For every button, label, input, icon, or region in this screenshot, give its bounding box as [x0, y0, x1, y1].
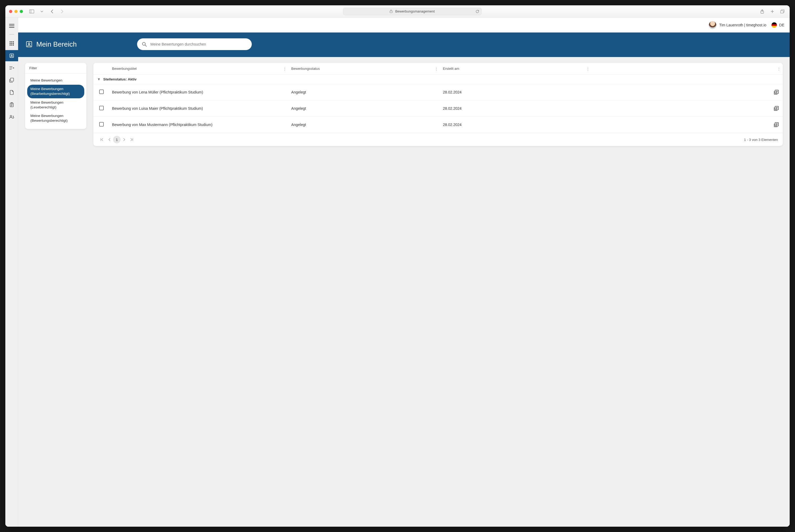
reload-icon[interactable] [475, 10, 479, 13]
filter-heading: Filter [25, 63, 86, 74]
open-detail-icon[interactable] [773, 89, 780, 96]
svg-rect-9 [10, 43, 11, 44]
svg-rect-0 [30, 10, 34, 13]
group-label: Stellenstatus: Aktiv [103, 77, 137, 81]
language-code: DE [779, 23, 784, 27]
column-menu-icon[interactable]: ⋮ [777, 66, 781, 71]
svg-rect-11 [13, 43, 14, 44]
table-row: Bewerbung von Lena Müller (Pflichtprakti… [93, 84, 783, 100]
search-icon [142, 42, 147, 46]
share-icon[interactable] [759, 8, 766, 15]
nav-apps-icon[interactable] [5, 38, 18, 49]
cell-title[interactable]: Bewerbung von Max Mustermann (Pflichtpra… [109, 117, 289, 133]
hero-banner: Mein Bereich [18, 33, 790, 57]
filter-option[interactable]: Meine Bewertungen [27, 76, 84, 85]
cell-title[interactable]: Bewerbung von Luisa Maier (Pflichtprakti… [109, 100, 289, 117]
window-controls [9, 10, 23, 13]
address-bar[interactable]: Bewerbungsmanagement [343, 8, 482, 15]
page-number-button[interactable]: 1 [113, 136, 121, 143]
svg-rect-21 [26, 41, 32, 47]
column-menu-icon[interactable]: ⋮ [586, 66, 590, 71]
cell-created: 28.02.2024 [440, 117, 592, 133]
cell-created: 28.02.2024 [440, 100, 592, 117]
svg-rect-18 [10, 103, 13, 107]
page-next-button[interactable] [121, 136, 128, 143]
flag-de-icon [771, 22, 777, 28]
cell-status: Angelegt [289, 100, 440, 117]
address-bar-text: Bewerbungsmanagement [395, 9, 435, 13]
caret-down-icon: ▼ [97, 77, 101, 81]
page-prev-button[interactable] [106, 136, 113, 143]
new-tab-icon[interactable] [769, 8, 776, 15]
back-button[interactable] [49, 8, 55, 15]
row-checkbox[interactable] [99, 90, 104, 94]
filter-option[interactable]: Meine Bewerbungen (Leseberechtigt) [27, 98, 84, 112]
menu-toggle-button[interactable] [5, 20, 18, 32]
table-row: Bewerbung von Max Mustermann (Pflichtpra… [93, 117, 783, 133]
tabs-overview-icon[interactable] [779, 8, 786, 15]
cell-status: Angelegt [289, 84, 440, 100]
svg-point-16 [11, 55, 12, 56]
svg-point-20 [10, 115, 12, 117]
nav-list-add-icon[interactable] [5, 62, 18, 74]
user-name: Tim Lauenroth | timeghost.io [719, 23, 766, 27]
page-first-button[interactable] [98, 136, 106, 143]
browser-titlebar: Bewerbungsmanagement [5, 5, 790, 18]
nav-my-area-icon[interactable] [5, 50, 18, 61]
avatar [709, 21, 717, 29]
lock-icon [390, 10, 393, 13]
column-header-title[interactable]: Bewerbungstitel ⋮ [109, 63, 289, 75]
chevron-down-icon[interactable] [38, 8, 46, 15]
svg-rect-2 [390, 11, 392, 13]
nav-rail [5, 18, 18, 527]
svg-rect-5 [781, 11, 783, 13]
svg-rect-14 [13, 44, 14, 45]
open-detail-icon[interactable] [773, 105, 780, 112]
nav-people-icon[interactable] [5, 111, 18, 122]
close-window-icon[interactable] [9, 10, 12, 13]
language-switcher[interactable]: DE [771, 22, 784, 28]
pagination-bar: 1 1 - 3 von 3 Elementen [93, 133, 783, 146]
pagination-summary: 1 - 3 von 3 Elementen [744, 138, 778, 142]
forward-button[interactable] [59, 8, 66, 15]
column-menu-icon[interactable]: ⋮ [283, 66, 286, 71]
nav-document-icon[interactable] [5, 87, 18, 98]
svg-rect-8 [13, 41, 14, 42]
minimize-window-icon[interactable] [14, 10, 18, 13]
nav-clipboard-icon[interactable] [5, 99, 18, 110]
search-input[interactable] [150, 42, 247, 46]
row-checkbox[interactable] [99, 122, 104, 127]
svg-rect-10 [11, 43, 12, 44]
column-header-created[interactable]: Erstellt am ⋮ [440, 63, 592, 75]
column-header-status[interactable]: Bewerbungsstatus ⋮ [289, 63, 440, 75]
svg-rect-12 [10, 44, 11, 45]
filter-option[interactable]: Meine Bewerbungen (Bewertungsberechtigt) [27, 112, 84, 125]
cell-created: 28.02.2024 [440, 84, 592, 100]
search-field[interactable] [137, 38, 252, 50]
topbar: Tim Lauenroth | timeghost.io DE [18, 18, 790, 33]
results-table: Bewerbungstitel ⋮ Bewerbungsstatus ⋮ Ers… [93, 63, 783, 146]
group-header-row[interactable]: ▼ Stellenstatus: Aktiv [93, 75, 783, 84]
user-menu[interactable]: Tim Lauenroth | timeghost.io [709, 21, 766, 29]
cell-title[interactable]: Bewerbung von Lena Müller (Pflichtprakti… [109, 84, 289, 100]
rail-divider [9, 34, 14, 35]
filter-option[interactable]: Meine Bewerbungen (Bearbeitungsberechtig… [27, 85, 84, 98]
page-last-button[interactable] [128, 136, 135, 143]
page-title: Mein Bereich [36, 40, 77, 49]
filter-panel: Filter Meine Bewertungen Meine Bewerbung… [25, 63, 86, 129]
svg-rect-6 [10, 41, 11, 42]
table-row: Bewerbung von Luisa Maier (Pflichtprakti… [93, 100, 783, 117]
maximize-window-icon[interactable] [20, 10, 23, 13]
open-detail-icon[interactable] [773, 121, 780, 128]
svg-rect-13 [11, 44, 12, 45]
column-menu-icon[interactable]: ⋮ [435, 66, 438, 71]
row-checkbox[interactable] [99, 106, 104, 110]
nav-collection-icon[interactable] [5, 75, 18, 86]
hero-icon [25, 41, 33, 48]
cell-status: Angelegt [289, 117, 440, 133]
svg-rect-7 [11, 41, 12, 42]
svg-point-22 [28, 43, 30, 44]
svg-rect-17 [11, 78, 14, 81]
sidebar-toggle-icon[interactable] [28, 8, 35, 15]
